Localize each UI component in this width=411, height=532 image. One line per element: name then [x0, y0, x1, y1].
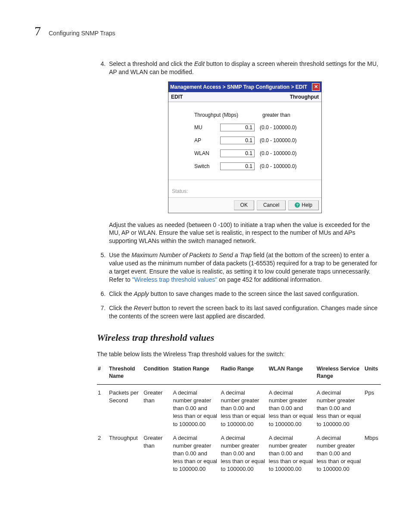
- step-6: Click the Apply button to save changes m…: [107, 290, 381, 298]
- cell-num: 1: [97, 384, 108, 429]
- threshold-table: # Threshold Name Condition Station Range…: [97, 363, 381, 475]
- dialog-row-mu: MU (0.0 - 100000.0): [194, 124, 315, 131]
- section-title: Wireless trap threshold values: [97, 331, 381, 344]
- cancel-button[interactable]: Cancel: [257, 200, 286, 210]
- step-4: Select a threshold and click the Edit bu…: [107, 60, 381, 245]
- section-intro: The table below lists the Wireless Trap …: [97, 350, 381, 358]
- cell-station: A decimal number greater than 0.00 and l…: [172, 430, 220, 475]
- dialog-button-row: OK Cancel ? Help: [168, 197, 321, 212]
- mu-label: MU: [194, 124, 215, 131]
- step-4-followup: Adjust the values as needed (between 0 -…: [109, 221, 381, 246]
- cell-radio: A decimal number greater than 0.00 and l…: [220, 430, 268, 475]
- cell-wlan: A decimal number greater than 0.00 and l…: [268, 430, 316, 475]
- cell-service: A decimal number greater than 0.00 and l…: [316, 384, 364, 429]
- dialog-title-text: Management Access > SNMP Trap Configurat…: [170, 84, 307, 90]
- switch-input[interactable]: [220, 162, 255, 170]
- dialog-subheader: EDIT Throughput: [168, 92, 321, 102]
- edit-threshold-dialog: Management Access > SNMP Trap Configurat…: [168, 81, 322, 213]
- dialog-sub-right: Throughput: [290, 93, 319, 100]
- cell-name: Throughput: [108, 430, 143, 475]
- step-5-link[interactable]: "Wireless trap threshold values": [132, 276, 217, 283]
- cell-units: Mbps: [364, 430, 381, 475]
- th-service: Wireless Service Range: [316, 363, 364, 384]
- step-7: Click the Revert button to revert the sc…: [107, 304, 381, 320]
- th-condition: Condition: [143, 363, 172, 384]
- dialog-row-ap: AP (0.0 - 100000.0): [194, 137, 315, 144]
- cell-wlan: A decimal number greater than 0.00 and l…: [268, 384, 316, 429]
- ap-range: (0.0 - 100000.0): [260, 137, 296, 144]
- step-4-italic: Edit: [194, 60, 205, 67]
- help-button[interactable]: ? Help: [288, 200, 319, 210]
- step-6-italic: Apply: [134, 290, 149, 297]
- wlan-input[interactable]: [220, 149, 255, 157]
- step-7-text-a: Click the: [109, 305, 134, 311]
- th-name: Threshold Name: [108, 363, 143, 384]
- dialog-col-left: Throughput (Mbps): [194, 112, 257, 118]
- dialog-row-wlan: WLAN (0.0 - 100000.0): [194, 149, 315, 157]
- step-4-text-a: Select a threshold and click the: [109, 60, 194, 67]
- table-row: 1 Packets per Second Greater than A deci…: [97, 384, 381, 429]
- th-wlan: WLAN Range: [268, 363, 316, 384]
- ok-button[interactable]: OK: [234, 200, 254, 210]
- dialog-row-switch: Switch (0.0 - 100000.0): [194, 162, 315, 170]
- ap-input[interactable]: [220, 137, 255, 144]
- status-bar: Status:: [168, 180, 321, 197]
- switch-label: Switch: [194, 163, 215, 170]
- th-num: #: [97, 363, 108, 384]
- step-5: Use the Maximum Number of Packets to Sen…: [107, 251, 381, 284]
- th-units: Units: [364, 363, 381, 384]
- cell-service: A decimal number greater than 0.00 and l…: [316, 430, 364, 475]
- chapter-title: Configuring SNMP Traps: [49, 30, 115, 37]
- status-label: Status:: [172, 188, 188, 194]
- step-5-text-a: Use the: [109, 252, 131, 258]
- cell-num: 2: [97, 430, 108, 475]
- mu-range: (0.0 - 100000.0): [260, 124, 296, 131]
- cell-condition: Greater than: [143, 430, 172, 475]
- help-icon: ?: [295, 202, 300, 208]
- step-5-text-c: on page 452 for additional information.: [217, 276, 322, 283]
- dialog-sub-left: EDIT: [171, 93, 183, 100]
- cell-station: A decimal number greater than 0.00 and l…: [172, 384, 220, 429]
- table-header-row: # Threshold Name Condition Station Range…: [97, 363, 381, 384]
- th-station: Station Range: [172, 363, 220, 384]
- cell-radio: A decimal number greater than 0.00 and l…: [220, 384, 268, 429]
- step-6-text-b: button to save changes made to the scree…: [149, 290, 359, 297]
- cell-condition: Greater than: [143, 384, 172, 429]
- dialog-col-right: greater than: [262, 112, 290, 118]
- th-radio: Radio Range: [220, 363, 268, 384]
- cell-name: Packets per Second: [108, 384, 143, 429]
- wlan-range: (0.0 - 100000.0): [260, 150, 296, 157]
- dialog-column-headers: Throughput (Mbps) greater than: [194, 112, 315, 118]
- table-row: 2 Throughput Greater than A decimal numb…: [97, 430, 381, 475]
- ap-label: AP: [194, 137, 215, 144]
- step-6-text-a: Click the: [109, 290, 134, 297]
- wlan-label: WLAN: [194, 150, 215, 157]
- close-icon[interactable]: ✕: [312, 83, 320, 91]
- cell-units: Pps: [364, 384, 381, 429]
- chapter-number: 7: [34, 24, 41, 38]
- step-7-italic: Revert: [134, 305, 152, 311]
- switch-range: (0.0 - 100000.0): [260, 163, 296, 170]
- running-header: 7 Configuring SNMP Traps: [34, 24, 381, 38]
- step-5-italic: Maximum Number of Packets to Send a Trap: [131, 252, 252, 258]
- mu-input[interactable]: [220, 124, 255, 131]
- dialog-titlebar: Management Access > SNMP Trap Configurat…: [168, 82, 321, 92]
